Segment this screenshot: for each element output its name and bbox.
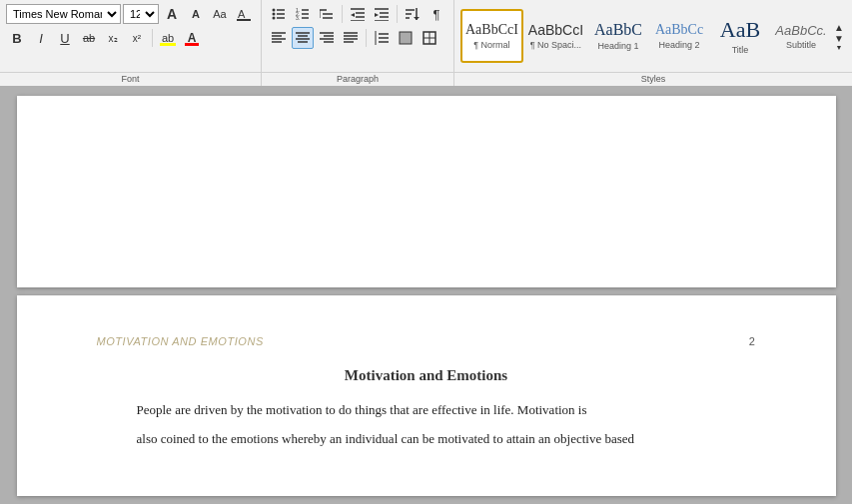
multilevel-list-btn[interactable] [316, 3, 338, 25]
font-color-btn[interactable]: A [181, 27, 203, 49]
font-size-select[interactable]: 12 [123, 4, 159, 24]
page-header: MOTIVATION AND EMOTIONS 2 [97, 335, 756, 347]
font-size-decrease-btn[interactable]: A [185, 3, 207, 25]
style-normal-preview: AaBbCcI [465, 22, 518, 38]
svg-marker-53 [375, 31, 377, 32]
para-row-1: 1.2.3. ¶ [268, 3, 447, 25]
underline-btn[interactable]: U [54, 27, 76, 49]
style-title-preview: AaB [720, 17, 760, 43]
align-left-btn[interactable] [268, 27, 290, 49]
document-area: MOTIVATION AND EMOTIONS 2 Motivation and… [0, 88, 852, 504]
font-row-2: B I U ab x₂ x² ab A [6, 27, 255, 49]
bold-btn[interactable]: B [6, 27, 28, 49]
style-h1-label: Heading 1 [597, 41, 638, 51]
align-center-btn[interactable] [292, 27, 314, 49]
numbered-list-btn[interactable]: 1.2.3. [292, 3, 314, 25]
border-btn[interactable] [419, 27, 440, 49]
increase-indent-btn[interactable] [371, 3, 393, 25]
styles-scroll-btn[interactable]: ▲ ▼ ▼ [832, 9, 846, 63]
font-name-select[interactable]: Times New Roman [6, 4, 121, 24]
decrease-indent-btn[interactable] [347, 3, 369, 25]
svg-marker-22 [351, 13, 355, 17]
svg-marker-54 [375, 44, 377, 45]
change-case-btn[interactable]: Aa [209, 3, 231, 25]
document-title: Motivation and Emotions [97, 367, 756, 384]
page-1[interactable] [17, 96, 836, 287]
paragraph-group-label: Paragraph [262, 72, 453, 86]
shading-btn[interactable] [395, 27, 417, 49]
align-right-btn[interactable] [316, 27, 338, 49]
font-row-1: Times New Roman 12 A A Aa A [6, 3, 255, 25]
svg-rect-55 [400, 32, 412, 44]
styles-content: AaBbCcI ¶ Normal AaBbCcI ¶ No Spaci... A… [454, 0, 852, 72]
style-h2-label: Heading 2 [658, 40, 699, 50]
justify-btn[interactable] [340, 27, 362, 49]
paragraph-1: People are driven by the motivation to d… [97, 400, 756, 421]
style-heading1[interactable]: AaBbC Heading 1 [588, 9, 648, 63]
style-h1-preview: AaBbC [594, 21, 642, 39]
clear-format-btn[interactable]: A [233, 3, 255, 25]
line-spacing-btn[interactable] [371, 27, 393, 49]
font-size-increase-btn[interactable]: A [161, 3, 183, 25]
svg-text:A: A [238, 8, 246, 20]
subscript-btn[interactable]: x₂ [102, 27, 124, 49]
font-group: Times New Roman 12 A A Aa A B I U ab x₂ … [0, 0, 262, 86]
paragraph-group: 1.2.3. ¶ [262, 0, 454, 86]
style-subtitle-preview: AaBbCc. [775, 23, 826, 38]
styles-group: AaBbCcI ¶ Normal AaBbCcI ¶ No Spaci... A… [454, 0, 852, 86]
ribbon: Times New Roman 12 A A Aa A B I U ab x₂ … [0, 0, 852, 88]
style-h2-preview: AaBbCc [655, 22, 703, 38]
document-body: People are driven by the motivation to d… [97, 400, 756, 450]
bullet-list-btn[interactable] [268, 3, 290, 25]
page-header-text: MOTIVATION AND EMOTIONS [97, 335, 264, 347]
paragraph-2: also coined to the emotions whereby an i… [97, 429, 756, 450]
style-subtitle-label: Subtitle [786, 40, 816, 50]
style-nospace-preview: AaBbCcI [528, 22, 583, 38]
style-subtitle[interactable]: AaBbCc. Subtitle [771, 9, 831, 63]
svg-point-2 [273, 9, 276, 12]
italic-btn[interactable]: I [30, 27, 52, 49]
pilcrow-btn[interactable]: ¶ [426, 3, 447, 25]
style-no-spacing[interactable]: AaBbCcI ¶ No Spaci... [524, 9, 587, 63]
style-heading2[interactable]: AaBbCc Heading 2 [649, 9, 709, 63]
sort-btn[interactable] [402, 3, 424, 25]
text-highlight-btn[interactable]: ab [157, 27, 179, 49]
page-number: 2 [749, 335, 756, 347]
svg-point-4 [273, 13, 276, 16]
style-normal[interactable]: AaBbCcI ¶ Normal [460, 9, 523, 63]
svg-marker-27 [375, 13, 379, 17]
superscript-btn[interactable]: x² [126, 27, 148, 49]
styles-group-label: Styles [454, 72, 852, 86]
font-group-label: Font [0, 72, 261, 86]
page-2[interactable]: MOTIVATION AND EMOTIONS 2 Motivation and… [17, 295, 836, 496]
para-row-2 [268, 27, 447, 49]
svg-text:3.: 3. [296, 15, 300, 21]
style-normal-label: ¶ Normal [473, 40, 509, 50]
style-title-label: Title [732, 45, 749, 55]
style-nospace-label: ¶ No Spaci... [530, 40, 581, 50]
strikethrough-btn[interactable]: ab [78, 27, 100, 49]
svg-marker-32 [414, 17, 420, 20]
style-title[interactable]: AaB Title [710, 9, 770, 63]
svg-point-6 [273, 17, 276, 20]
